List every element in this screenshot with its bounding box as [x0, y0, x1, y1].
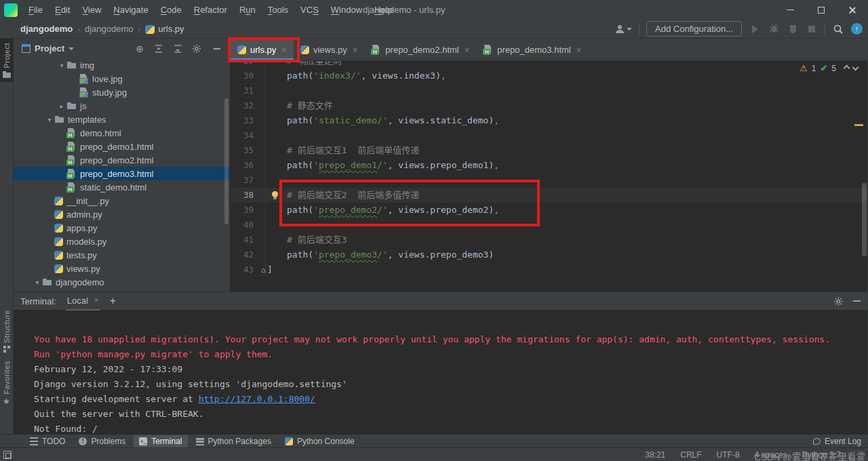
tree-item-js[interactable]: ▸js	[14, 99, 230, 113]
debug-button[interactable]	[768, 23, 780, 35]
terminal-settings-button[interactable]	[833, 296, 844, 306]
project-panel-title[interactable]: Project	[35, 43, 64, 54]
editor-tab-views-py[interactable]: views.py×	[294, 39, 364, 60]
tree-item-djangodemo[interactable]: ▾djangodemo	[14, 275, 230, 289]
maximize-button[interactable]	[806, 0, 837, 20]
tree-item-models-py[interactable]: models.py	[14, 235, 230, 248]
intention-bulb-icon[interactable]	[271, 191, 279, 199]
update-available-button[interactable]: ↑	[851, 23, 863, 35]
code-line-39[interactable]: 39path('prepo_demo2/', views.prepo_demo2…	[231, 203, 867, 218]
locate-file-button[interactable]: ⊕	[132, 43, 147, 54]
event-log-button[interactable]: Event Log	[813, 437, 861, 446]
code-line-32[interactable]: 32# 静态文件	[231, 98, 867, 113]
tree-item-templates[interactable]: ▾templates	[14, 113, 230, 126]
project-scrollbar[interactable]	[224, 98, 229, 224]
chevron-down-icon[interactable]: ▾	[33, 279, 42, 286]
code-line-30[interactable]: 30path('index3/', views.index3),	[231, 68, 867, 83]
tree-item-img[interactable]: ▾img	[14, 58, 230, 72]
menu-item-file[interactable]: File	[23, 2, 48, 18]
minimize-button[interactable]	[774, 0, 806, 20]
close-button[interactable]	[837, 0, 868, 20]
tree-item-__init__-py[interactable]: __init__.py	[14, 194, 230, 207]
stop-button[interactable]	[806, 23, 818, 35]
fold-marker-icon[interactable]: ⌂	[261, 266, 268, 274]
menu-item-tools[interactable]: Tools	[262, 2, 294, 18]
menu-item-navigate[interactable]: Navigate	[108, 2, 153, 18]
panel-settings-button[interactable]	[189, 44, 204, 54]
editor-tab-prepo_demo3-html[interactable]: prepo_demo3.html×	[476, 39, 588, 60]
code-line-35[interactable]: 35# 前后端交互1 前后端单值传递	[231, 143, 867, 158]
tree-item-demo-html[interactable]: demo.html	[14, 126, 230, 140]
user-menu[interactable]	[614, 24, 632, 35]
previous-problem-button[interactable]	[844, 65, 850, 72]
search-everywhere-button[interactable]	[832, 23, 844, 35]
code-line-42[interactable]: 42path('prepo_demo3/', views.prepo_demo3…	[231, 247, 867, 262]
menu-item-window[interactable]: Window	[326, 2, 368, 18]
tree-item-views-py[interactable]: views.py	[14, 262, 230, 275]
menu-item-run[interactable]: Run	[234, 2, 261, 18]
editor-tab-prepo_demo2-html[interactable]: prepo_demo2.html×	[364, 39, 476, 60]
breadcrumb-item[interactable]: djangodemo	[85, 24, 134, 34]
chevron-right-icon[interactable]: ▸	[57, 102, 66, 110]
toolwindow-problems-button[interactable]: Problems	[73, 435, 131, 447]
code-line-34[interactable]: 34	[231, 128, 867, 143]
server-url-link[interactable]: http://127.0.0.1:8000/	[199, 394, 315, 404]
inspection-widget[interactable]: ⚠ 1 ✔ 5	[800, 63, 858, 73]
code-line-41[interactable]: 41# 前后端交互3	[231, 233, 867, 247]
terminal-output[interactable]: You have 18 unapplied migration(s). Your…	[14, 310, 867, 434]
menu-item-refactor[interactable]: Refactor	[189, 2, 233, 18]
tree-item-apps-py[interactable]: apps.py	[14, 221, 230, 235]
status-line-separator[interactable]: CRLF	[680, 450, 701, 460]
code-editor[interactable]: 29# 响应重定向30path('index3/', views.index3)…	[231, 61, 867, 292]
code-line-40[interactable]: 40	[231, 218, 867, 233]
editor-tab-urls-py[interactable]: urls.py×	[231, 39, 294, 60]
code-line-37[interactable]: 37	[231, 173, 867, 188]
tree-item-admin-py[interactable]: admin.py	[14, 207, 230, 221]
tree-item-study-jpg[interactable]: study.jpg	[14, 85, 230, 99]
toolwindow-todo-button[interactable]: TODO	[24, 435, 71, 447]
toolwindow-terminal-button[interactable]: Terminal	[134, 435, 187, 447]
hide-panel-button[interactable]	[214, 48, 220, 49]
toolwindow-switcher-icon[interactable]	[3, 451, 12, 459]
next-problem-button[interactable]	[852, 64, 859, 71]
new-terminal-button[interactable]: +	[110, 295, 116, 307]
toolwindow-python-packages-button[interactable]: Python Packages	[191, 435, 277, 447]
tree-item-love-jpg[interactable]: love.jpg	[14, 72, 230, 85]
hide-terminal-button[interactable]	[853, 300, 861, 302]
breadcrumb-item[interactable]: urls.py	[145, 24, 184, 34]
editor-scrollbar[interactable]	[862, 183, 867, 256]
menu-item-vcs[interactable]: VCS	[295, 2, 324, 18]
menu-item-edit[interactable]: Edit	[50, 2, 75, 18]
menu-item-code[interactable]: Code	[155, 2, 187, 18]
close-icon[interactable]: ×	[465, 45, 470, 55]
expand-all-button[interactable]	[151, 44, 166, 54]
add-configuration-button[interactable]: Add Configuration...	[646, 21, 742, 37]
tree-item-prepo_demo2-html[interactable]: prepo_demo2.html	[14, 153, 230, 167]
breadcrumb-item[interactable]: djangodemo	[20, 24, 73, 34]
terminal-tab-local[interactable]: Local ×	[66, 292, 100, 310]
run-button[interactable]	[749, 23, 761, 35]
chevron-down-icon[interactable]: ▾	[45, 116, 54, 123]
toolwindow-project-button[interactable]: Project	[0, 39, 14, 82]
code-line-43[interactable]: 43⌂]	[231, 262, 867, 277]
tree-item-tests-py[interactable]: tests.py	[14, 248, 230, 262]
menu-item-view[interactable]: View	[77, 2, 106, 18]
tree-item-prepo_demo1-html[interactable]: prepo_demo1.html	[14, 140, 230, 153]
toolwindow-python-console-button[interactable]: Python Console	[279, 435, 360, 447]
code-line-38[interactable]: 38# 前后端交互2 前后端多值传递	[231, 188, 867, 203]
run-with-coverage-button[interactable]	[787, 23, 799, 35]
code-line-31[interactable]: 31	[231, 83, 867, 98]
close-icon[interactable]: ×	[281, 45, 287, 55]
error-stripe-warning-mark[interactable]	[854, 124, 863, 126]
tree-item-static_demo-html[interactable]: static_demo.html	[14, 180, 230, 194]
toolwindow-structure-button[interactable]: Structure	[0, 306, 14, 357]
tree-item-prepo_demo3-html[interactable]: prepo_demo3.html	[14, 167, 230, 180]
code-line-29[interactable]: 29# 响应重定向	[231, 61, 867, 68]
status-caret-position[interactable]: 38:21	[645, 450, 665, 460]
collapse-all-button[interactable]	[170, 44, 185, 54]
status-file-encoding[interactable]: UTF-8	[717, 450, 740, 460]
close-icon[interactable]: ×	[353, 45, 358, 55]
chevron-down-icon[interactable]: ▾	[57, 62, 66, 69]
code-line-33[interactable]: 33path('static_demo/', views.static_demo…	[231, 113, 867, 128]
toolwindow-favorites-button[interactable]: Favorites ★	[0, 357, 14, 409]
